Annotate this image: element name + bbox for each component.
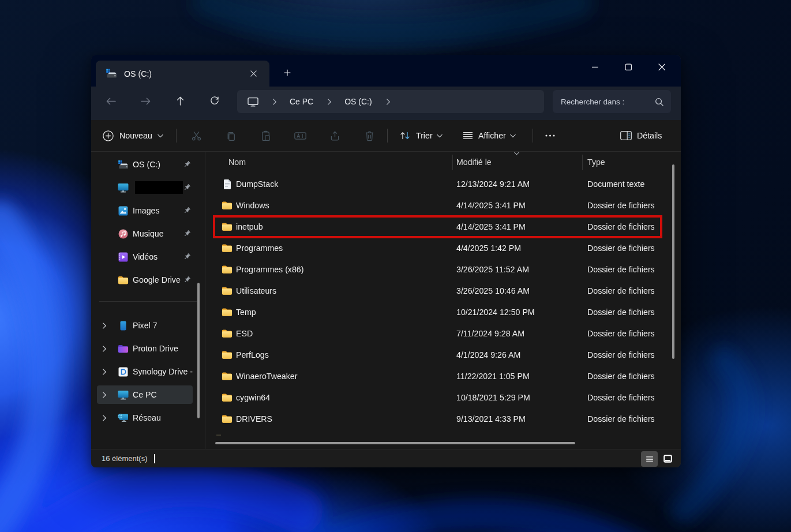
file-name: Windows [236, 201, 269, 210]
sort-arrows-icon [399, 130, 411, 141]
toolbar-divider [387, 129, 388, 143]
navigation-bar: Ce PC OS (C:) Rechercher dans : [91, 87, 681, 120]
column-header-name[interactable]: Nom [228, 158, 246, 167]
share-icon [329, 130, 340, 141]
chevron-right-icon [272, 99, 277, 105]
table-row-esd[interactable]: ESD7/11/2024 9:28 AMDossier de fichiers [205, 323, 681, 344]
table-row-programmes[interactable]: Programmes4/4/2025 1:42 PMDossier de fic… [205, 238, 681, 259]
breadcrumb-ce-pc[interactable]: Ce PC [290, 97, 313, 106]
rename-icon [294, 131, 306, 141]
drive-icon [106, 69, 117, 78]
folder-icon [222, 329, 233, 338]
details-view-button[interactable] [641, 451, 658, 467]
chevron-right-icon[interactable] [102, 415, 107, 421]
sidebar-item-images[interactable]: Images [91, 199, 205, 222]
caption-buttons [578, 55, 678, 79]
file-modified: 4/14/2025 3:41 PM [456, 201, 526, 210]
file-list-area: Nom Modifié le Type DumpStack12/13/2024 … [205, 152, 681, 449]
forward-button[interactable] [135, 91, 156, 111]
clipped-row-stub [216, 434, 221, 436]
new-tab-button[interactable] [279, 65, 295, 81]
table-row-temp[interactable]: Temp10/21/2024 12:50 PMDossier de fichie… [205, 302, 681, 323]
highlight-box [213, 215, 662, 238]
proton-icon [118, 344, 129, 354]
toolbar-divider [176, 129, 177, 143]
table-row-cygwin64[interactable]: cygwin6410/18/2021 5:29 PMDossier de fic… [205, 387, 681, 409]
sort-button[interactable]: Trier [399, 120, 443, 151]
rename-button[interactable] [288, 124, 312, 147]
maximize-button[interactable] [612, 55, 645, 79]
file-type: Dossier de fichiers [587, 201, 655, 210]
chevron-down-icon [437, 134, 443, 138]
chevron-right-icon[interactable] [102, 346, 107, 352]
toolbar-divider [533, 129, 533, 143]
sidebar-item-proton-drive[interactable]: Proton Drive [91, 337, 205, 360]
synology-icon [118, 367, 129, 377]
videos-icon [118, 252, 129, 262]
refresh-button[interactable] [204, 91, 225, 111]
paste-button[interactable] [254, 124, 277, 147]
file-list: DumpStack12/13/2024 9:21 AMDocument text… [205, 174, 681, 430]
folder-icon [222, 308, 233, 317]
breadcrumb[interactable]: Ce PC OS (C:) [237, 90, 544, 113]
table-row-perflogs[interactable]: PerfLogs4/1/2024 9:26 AMDossier de fichi… [205, 344, 681, 366]
table-row-utilisateurs[interactable]: Utilisateurs3/26/2025 10:46 AMDossier de… [205, 280, 681, 302]
close-button[interactable] [645, 55, 678, 79]
table-row-windows[interactable]: Windows4/14/2025 3:41 PMDossier de fichi… [205, 195, 681, 216]
view-button[interactable]: Afficher [463, 120, 516, 151]
sidebar-item-vid-os[interactable]: Vidéos [91, 245, 205, 268]
sort-direction-icon [514, 152, 519, 155]
sidebar-item-synology-drive[interactable]: Synology Drive - [91, 360, 205, 383]
share-button[interactable] [323, 124, 346, 147]
tab-os-c[interactable]: OS (C:) [96, 61, 269, 87]
pin-icon [183, 253, 191, 261]
up-button[interactable] [170, 91, 190, 111]
search-input[interactable]: Rechercher dans : [553, 90, 671, 113]
vertical-scrollbar[interactable] [672, 164, 674, 359]
sidebar-item-ce-pc[interactable]: Ce PC [91, 383, 205, 406]
sidebar-item-musique[interactable]: Musique [91, 222, 205, 245]
back-button[interactable] [100, 91, 121, 111]
file-name: DumpStack [236, 179, 278, 189]
table-row-drivers[interactable]: DRIVERS9/13/2021 4:33 PMDossier de fichi… [205, 409, 681, 430]
chevron-right-icon[interactable] [102, 369, 107, 375]
column-header-type[interactable]: Type [587, 158, 605, 167]
cut-button[interactable] [185, 124, 208, 147]
file-type: Dossier de fichiers [587, 265, 655, 274]
table-row-winaerotweaker[interactable]: WinaeroTweaker11/22/2021 1:05 PMDossier … [205, 366, 681, 387]
redacted-label [135, 181, 183, 194]
sidebar-scrollbar[interactable] [197, 283, 200, 418]
file-name: WinaeroTweaker [236, 372, 297, 381]
delete-button[interactable] [358, 124, 381, 147]
sidebar-item-redacted[interactable] [91, 176, 205, 199]
column-divider[interactable] [452, 155, 453, 170]
breadcrumb-os-c[interactable]: OS (C:) [344, 97, 372, 106]
file-modified: 10/21/2024 12:50 PM [456, 308, 535, 317]
sidebar-item-pixel-7[interactable]: Pixel 7 [91, 314, 205, 337]
folder-icon [118, 275, 129, 285]
sidebar-item-google-drive[interactable]: Google Drive [91, 268, 205, 291]
horizontal-scrollbar[interactable] [215, 442, 575, 444]
file-name: ESD [236, 329, 253, 338]
chevron-right-icon[interactable] [102, 323, 107, 329]
copy-button[interactable] [219, 124, 242, 147]
folder-icon [222, 350, 233, 359]
file-modified: 4/4/2025 1:42 PM [456, 243, 521, 253]
large-icons-view-button[interactable] [660, 451, 675, 466]
table-row-dumpstack[interactable]: DumpStack12/13/2024 9:21 AMDocument text… [205, 174, 681, 195]
column-header-modified[interactable]: Modifié le [456, 158, 492, 167]
list-view-icon [646, 455, 654, 463]
table-row-programmes-x86[interactable]: Programmes (x86)3/26/2025 11:52 AMDossie… [205, 259, 681, 280]
new-button[interactable]: Nouveau [103, 120, 163, 151]
column-divider[interactable] [582, 155, 583, 170]
chevron-right-icon[interactable] [102, 392, 107, 398]
sidebar-item-r-seau[interactable]: Réseau [91, 406, 205, 429]
minimize-button[interactable] [578, 55, 612, 79]
more-options-button[interactable] [538, 120, 561, 151]
tab-close-icon[interactable] [246, 67, 260, 81]
scissors-icon [191, 130, 202, 141]
details-button[interactable]: Détails [620, 120, 662, 151]
folder-icon [222, 414, 233, 424]
file-type: Dossier de fichiers [587, 372, 655, 381]
sidebar-item-os-c[interactable]: OS (C:) [91, 153, 205, 176]
